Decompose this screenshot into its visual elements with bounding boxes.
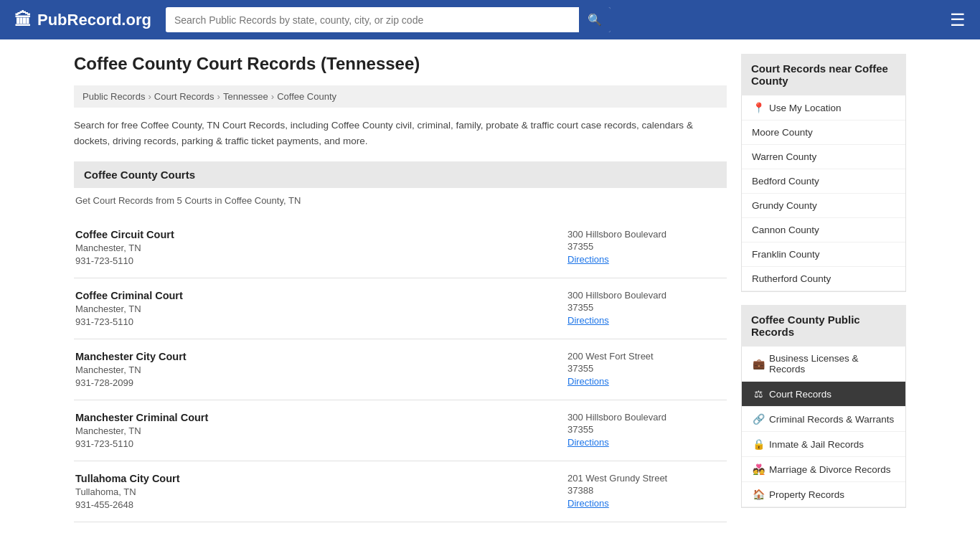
courts-list: Coffee Circuit Court Manchester, TN 931-… [74, 217, 727, 522]
page-title: Coffee County Court Records (Tennessee) [74, 54, 727, 74]
court-address: 300 Hillsboro Boulevard 37355 Directions [567, 229, 725, 265]
court-address-line2: 37355 [567, 302, 725, 313]
court-name: Tullahoma City Court [75, 473, 567, 484]
court-address-line1: 201 West Grundy Street [567, 473, 725, 484]
court-city: Manchester, TN [75, 364, 567, 375]
court-info: Coffee Circuit Court Manchester, TN 931-… [75, 229, 567, 266]
court-city: Tullahoma, TN [75, 486, 567, 497]
nearby-list-item[interactable]: Franklin County [742, 242, 905, 267]
nearby-list-item[interactable]: Moore County [742, 121, 905, 145]
main-container: Coffee County Court Records (Tennessee) … [60, 39, 920, 537]
breadcrumb-public-records[interactable]: Public Records [83, 91, 145, 102]
public-records-item-label: Business Licenses & Records [769, 353, 895, 375]
directions-link[interactable]: Directions [567, 376, 609, 387]
courts-section-header: Coffee County Courts [74, 161, 727, 188]
courts-section-subtext: Get Court Records from 5 Courts in Coffe… [74, 195, 727, 206]
directions-link[interactable]: Directions [567, 498, 609, 509]
logo-icon: 🏛 [14, 10, 32, 30]
public-records-item-label: Inmate & Jail Records [769, 439, 864, 450]
court-address: 200 West Fort Street 37355 Directions [567, 351, 725, 387]
nearby-item-label: Moore County [752, 127, 813, 138]
court-info: Tullahoma City Court Tullahoma, TN 931-4… [75, 473, 567, 510]
court-name: Coffee Circuit Court [75, 229, 567, 240]
record-type-icon: 🏠 [752, 489, 765, 500]
search-button[interactable]: 🔍 [579, 7, 611, 32]
nearby-list-item[interactable]: Bedford County [742, 169, 905, 194]
court-address: 300 Hillsboro Boulevard 37355 Directions [567, 412, 725, 448]
breadcrumb-sep-1: › [148, 91, 151, 102]
court-address-line1: 300 Hillsboro Boulevard [567, 412, 725, 423]
court-address-line2: 37355 [567, 363, 725, 374]
nearby-list-item[interactable]: Warren County [742, 145, 905, 169]
nearby-item-label: Warren County [752, 151, 816, 162]
directions-link[interactable]: Directions [567, 437, 609, 448]
nearby-item-label: Grundy County [752, 200, 817, 211]
court-address-line2: 37355 [567, 424, 725, 435]
breadcrumb-sep-3: › [271, 91, 274, 102]
nearby-item-label: Use My Location [769, 103, 842, 113]
nearby-item-label: Cannon County [752, 225, 819, 235]
sidebar: Court Records near Coffee County 📍Use My… [741, 54, 906, 522]
public-records-item-label: Marriage & Divorce Records [769, 464, 891, 475]
public-records-list-item[interactable]: 💼Business Licenses & Records [742, 347, 905, 382]
court-city: Manchester, TN [75, 242, 567, 253]
court-name: Manchester Criminal Court [75, 412, 567, 423]
record-type-icon: 💼 [752, 358, 765, 369]
record-type-icon: 🔗 [752, 413, 765, 425]
directions-link[interactable]: Directions [567, 254, 609, 265]
court-phone: 931-728-2099 [75, 377, 567, 388]
court-phone: 931-723-5110 [75, 255, 567, 266]
court-info: Manchester Criminal Court Manchester, TN… [75, 412, 567, 449]
court-phone: 931-723-5110 [75, 316, 567, 327]
nearby-list-item[interactable]: Rutherford County [742, 267, 905, 291]
main-content: Coffee County Court Records (Tennessee) … [74, 54, 727, 522]
court-address: 300 Hillsboro Boulevard 37355 Directions [567, 290, 725, 326]
court-info: Manchester City Court Manchester, TN 931… [75, 351, 567, 388]
nearby-section-title: Court Records near Coffee County [741, 54, 906, 95]
court-city: Manchester, TN [75, 303, 567, 314]
page-description: Search for free Coffee County, TN Court … [74, 118, 727, 149]
breadcrumb-coffee-county[interactable]: Coffee County [277, 91, 336, 102]
nearby-list-item[interactable]: 📍Use My Location [742, 95, 905, 121]
directions-link[interactable]: Directions [567, 315, 609, 326]
court-address-line1: 300 Hillsboro Boulevard [567, 229, 725, 240]
public-records-item-label: Criminal Records & Warrants [769, 414, 894, 425]
public-records-item-label: Property Records [769, 489, 844, 500]
logo-text: PubRecord.org [37, 11, 151, 29]
court-address-line1: 300 Hillsboro Boulevard [567, 290, 725, 301]
court-phone: 931-723-5110 [75, 438, 567, 449]
nearby-list-item[interactable]: Cannon County [742, 218, 905, 242]
site-header: 🏛 PubRecord.org 🔍 ☰ [0, 0, 980, 39]
court-entry: Manchester City Court Manchester, TN 931… [74, 339, 727, 400]
court-entry: Manchester Criminal Court Manchester, TN… [74, 400, 727, 461]
court-phone: 931-455-2648 [75, 499, 567, 510]
hamburger-menu[interactable]: ☰ [950, 10, 966, 30]
nearby-list: 📍Use My LocationMoore CountyWarren Count… [741, 95, 906, 292]
breadcrumb-court-records[interactable]: Court Records [154, 91, 215, 102]
location-icon: 📍 [752, 102, 765, 113]
breadcrumb: Public Records › Court Records › Tenness… [74, 85, 727, 108]
public-records-list-item[interactable]: 💑Marriage & Divorce Records [742, 457, 905, 482]
public-records-list-item[interactable]: 🔒Inmate & Jail Records [742, 432, 905, 457]
court-name: Coffee Criminal Court [75, 290, 567, 301]
nearby-item-label: Franklin County [752, 249, 820, 260]
public-records-list-item[interactable]: 🏠Property Records [742, 482, 905, 507]
search-input[interactable] [166, 9, 579, 32]
public-records-list: 💼Business Licenses & Records⚖Court Recor… [741, 347, 906, 508]
public-records-section-title: Coffee County Public Records [741, 305, 906, 347]
record-type-icon: ⚖ [752, 388, 765, 400]
record-type-icon: 💑 [752, 463, 765, 475]
court-address-line2: 37388 [567, 485, 725, 496]
nearby-item-label: Rutherford County [752, 273, 831, 284]
court-name: Manchester City Court [75, 351, 567, 362]
court-info: Coffee Criminal Court Manchester, TN 931… [75, 290, 567, 327]
nearby-list-item[interactable]: Grundy County [742, 194, 905, 218]
breadcrumb-tennessee[interactable]: Tennessee [223, 91, 268, 102]
public-records-list-item[interactable]: ⚖Court Records [742, 382, 905, 407]
site-logo[interactable]: 🏛 PubRecord.org [14, 10, 151, 30]
search-bar: 🔍 [166, 7, 611, 32]
record-type-icon: 🔒 [752, 438, 765, 450]
court-address-line2: 37355 [567, 241, 725, 252]
public-records-list-item[interactable]: 🔗Criminal Records & Warrants [742, 407, 905, 432]
court-address: 201 West Grundy Street 37388 Directions [567, 473, 725, 509]
